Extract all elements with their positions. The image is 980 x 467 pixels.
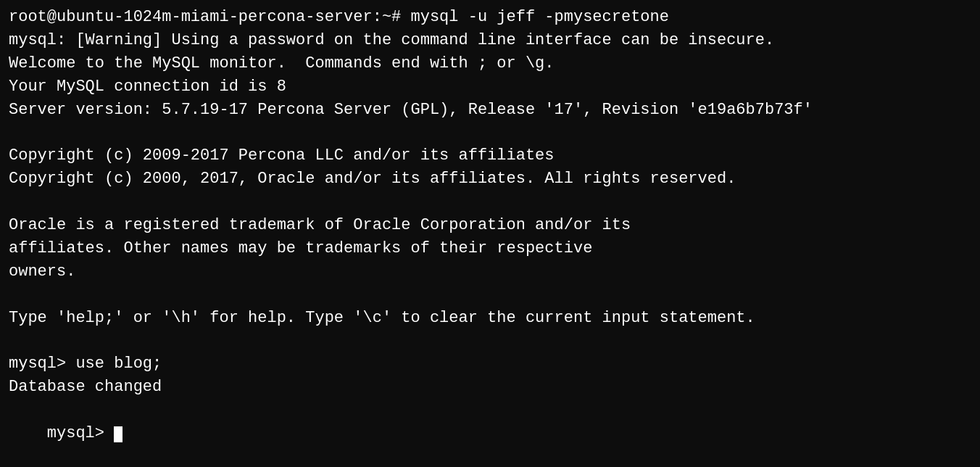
empty-line [9, 191, 971, 214]
terminal-line: Oracle is a registered trademark of Orac… [9, 214, 971, 237]
terminal-line: mysql: [Warning] Using a password on the… [9, 29, 971, 52]
terminal-line: Copyright (c) 2000, 2017, Oracle and/or … [9, 168, 971, 191]
terminal-line: Server version: 5.7.19-17 Percona Server… [9, 99, 971, 122]
terminal-line: Database changed [9, 376, 971, 399]
cursor [114, 426, 122, 442]
terminal-line: mysql> use blog; [9, 352, 971, 376]
terminal-window[interactable]: root@ubuntu-1024m-miami-percona-server:~… [0, 0, 980, 467]
terminal-line: Copyright (c) 2009-2017 Percona LLC and/… [9, 144, 971, 168]
terminal-line: Type 'help;' or '\h' for help. Type '\c'… [9, 307, 971, 330]
terminal-line: root@ubuntu-1024m-miami-percona-server:~… [9, 6, 971, 29]
terminal-line: owners. [9, 260, 971, 284]
terminal-line: Welcome to the MySQL monitor. Commands e… [9, 52, 971, 75]
empty-line [9, 329, 971, 352]
prompt-line: mysql> [9, 399, 971, 467]
empty-line [9, 284, 971, 307]
terminal-line: Your MySQL connection id is 8 [9, 75, 971, 99]
terminal-line: affiliates. Other names may be trademark… [9, 237, 971, 260]
prompt-text: mysql> [47, 424, 114, 442]
empty-line [9, 121, 971, 144]
